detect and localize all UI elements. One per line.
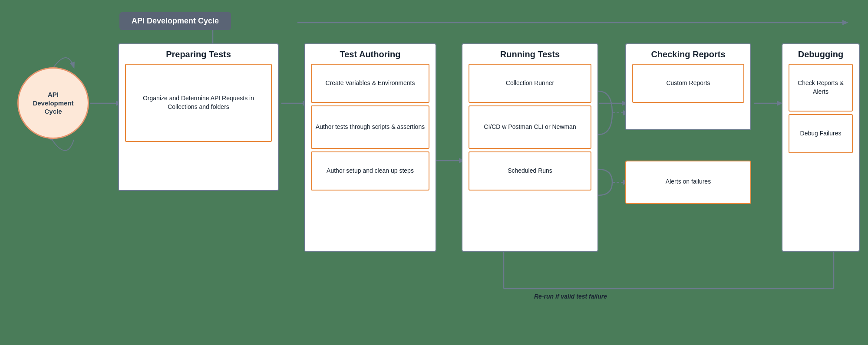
diagram-container: API Development Cycle APIDevelopmentCycl… [0,0,868,345]
authoring-item-1: Create Variables & Environments [311,64,429,103]
api-process-box: API Development Cycle [119,12,231,30]
test-authoring-title: Test Authoring [311,49,429,59]
debugging-title: Debugging [789,49,853,59]
rerun-label: Re-run if valid test failure [534,293,607,300]
checking-reports-section: Checking Reports Custom Reports [625,43,751,130]
debugging-item-2: Debug Failures [789,114,853,153]
api-process-label: API Development Cycle [132,16,219,25]
debugging-section: Debugging Check Reports & Alerts Debug F… [782,43,860,252]
preparing-tests-section: Preparing Tests Organize and Determine A… [118,43,279,191]
svg-marker-1 [842,20,848,25]
alerts-section: Alerts on failures [625,161,751,204]
running-item-3: Scheduled Runs [469,151,591,191]
test-authoring-section: Test Authoring Create Variables & Enviro… [304,43,436,252]
authoring-item-2: Author tests through scripts & assertion… [311,105,429,149]
debugging-item-1: Check Reports & Alerts [789,64,853,112]
running-tests-title: Running Tests [469,49,591,59]
api-dev-label: APIDevelopmentCycle [33,90,73,116]
preparing-tests-title: Preparing Tests [125,49,272,59]
authoring-item-3: Author setup and clean up steps [311,151,429,191]
running-item-2: CI/CD w Postman CLI or Newman [469,105,591,149]
preparing-tests-item-1: Organize and Determine API Requests in C… [125,64,272,142]
alerts-item-1: Alerts on failures [632,167,744,197]
api-dev-circle: APIDevelopmentCycle [17,67,89,139]
checking-item-1: Custom Reports [632,64,744,103]
checking-reports-title: Checking Reports [632,49,744,59]
running-tests-section: Running Tests Collection Runner CI/CD w … [462,43,598,252]
running-item-1: Collection Runner [469,64,591,103]
